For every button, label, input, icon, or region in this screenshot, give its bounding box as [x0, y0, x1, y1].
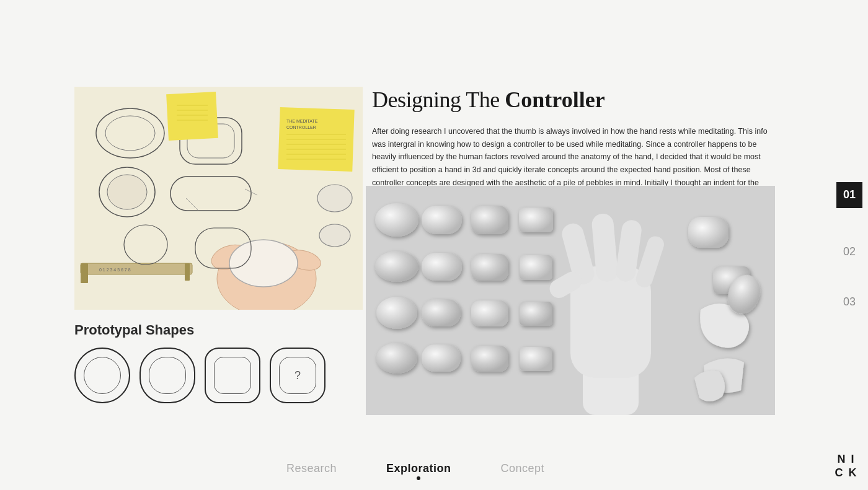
sidebar-numbers: 01 02 03 — [831, 0, 868, 490]
logo: N I C K — [831, 453, 862, 484]
svg-text:CONTROLLER: CONTROLLER — [286, 125, 316, 129]
prototypal-section: Prototypal Shapes ? — [74, 322, 372, 403]
svg-rect-50 — [520, 302, 552, 326]
prototypal-shapes-label: Prototypal Shapes — [74, 322, 372, 338]
proto-inner-squircle — [214, 357, 251, 394]
nav-item-exploration[interactable]: Exploration — [386, 462, 451, 475]
proto-inner-circle — [84, 357, 121, 394]
text-panel: Designing The Controller After doing res… — [372, 87, 818, 202]
title-bold-text: Controller — [505, 87, 604, 112]
svg-rect-49 — [471, 300, 508, 326]
page-num-02[interactable]: 02 — [843, 245, 856, 258]
svg-point-35 — [317, 185, 352, 212]
proto-shape-pill — [140, 348, 195, 403]
svg-rect-46 — [520, 255, 552, 280]
svg-point-43 — [375, 251, 418, 282]
svg-rect-9 — [81, 263, 192, 274]
svg-rect-62 — [688, 217, 728, 248]
svg-text:THE MEDITATE: THE MEDITATE — [286, 119, 318, 123]
logo-text: N I C K — [831, 453, 862, 479]
svg-rect-54 — [520, 347, 552, 371]
svg-point-39 — [375, 203, 418, 237]
svg-rect-48 — [422, 299, 461, 326]
main-container: 0 1 2 3 4 5 6 7 8 THE MEDITATE CONTROLLE… — [0, 0, 831, 490]
svg-rect-53 — [471, 346, 508, 372]
proto-inner-question: ? — [279, 357, 316, 394]
svg-point-30 — [229, 240, 298, 287]
svg-point-7 — [107, 175, 147, 209]
nav-item-concept[interactable]: Concept — [501, 462, 545, 475]
svg-rect-41 — [471, 206, 508, 234]
svg-rect-13 — [166, 92, 218, 141]
svg-point-47 — [376, 297, 417, 329]
shapes-image — [366, 186, 775, 415]
shapes-row: ? — [74, 348, 372, 403]
title-area: Designing The Controller — [372, 87, 818, 113]
proto-inner-pill — [149, 357, 186, 394]
proto-shape-question: ? — [270, 348, 326, 403]
proto-shape-squircle — [205, 348, 260, 403]
svg-rect-10 — [81, 263, 88, 283]
proto-shape-circle — [74, 348, 130, 403]
svg-rect-45 — [471, 254, 508, 281]
prototypal-bold: Shapes — [146, 322, 194, 338]
sketch-content: 0 1 2 3 4 5 6 7 8 THE MEDITATE CONTROLLE… — [74, 87, 363, 310]
svg-rect-52 — [422, 344, 461, 372]
svg-rect-11 — [185, 263, 190, 281]
page-num-01[interactable]: 01 — [836, 182, 862, 208]
page-num-03[interactable]: 03 — [843, 295, 856, 308]
page-title: Designing The Controller — [372, 87, 818, 113]
svg-point-36 — [319, 224, 350, 247]
nav-item-research[interactable]: Research — [286, 462, 337, 475]
svg-text:0  1  2  3  4  5  6  7  8: 0 1 2 3 4 5 6 7 8 — [99, 268, 131, 272]
svg-point-51 — [376, 343, 417, 374]
nav-bar: Research Exploration Concept — [0, 447, 831, 490]
title-light-text: Designing The — [372, 87, 505, 112]
svg-rect-42 — [519, 208, 553, 232]
sketch-image: 0 1 2 3 4 5 6 7 8 THE MEDITATE CONTROLLE… — [74, 87, 363, 310]
svg-rect-40 — [422, 206, 462, 234]
svg-rect-44 — [422, 253, 462, 281]
prototypal-light: Prototypal — [74, 322, 146, 338]
